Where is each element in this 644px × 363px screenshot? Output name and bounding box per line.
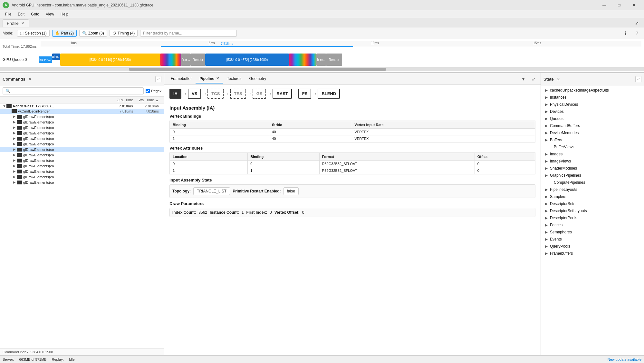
profile-tab-close[interactable]: ✕: [21, 21, 25, 25]
state-item[interactable]: ▶ Images: [541, 151, 644, 158]
expander-icon[interactable]: ▶: [13, 158, 17, 162]
expander-icon[interactable]: ▶: [545, 187, 549, 192]
expander-icon[interactable]: ▶: [545, 109, 549, 114]
sort-icon[interactable]: ▲: [155, 98, 159, 102]
expander-icon[interactable]: ▶: [13, 120, 17, 124]
expander-icon[interactable]: ▶: [545, 166, 549, 171]
stage-tcs[interactable]: TCS: [207, 89, 224, 99]
table-row[interactable]: ▼ RenderPass: 12970367... 7.818ms 7.818m…: [0, 103, 164, 109]
state-item[interactable]: ▶ PhysicalDevices: [541, 101, 644, 108]
expander-icon[interactable]: ▶: [545, 237, 549, 241]
profile-expand-icon[interactable]: ⤢: [632, 19, 641, 27]
expander-icon[interactable]: ▶: [545, 230, 549, 234]
expander-icon[interactable]: ▶: [545, 138, 549, 142]
state-item[interactable]: ▶ DescriptorSets: [541, 200, 644, 207]
table-row[interactable]: ▶ glDrawElements(co: [0, 180, 164, 185]
state-item[interactable]: ▶ DescriptorSetLayouts: [541, 207, 644, 214]
expander-icon[interactable]: ▶: [545, 223, 549, 227]
tab-geometry[interactable]: Geometry: [245, 74, 270, 83]
maximize-button[interactable]: □: [612, 0, 627, 10]
table-row[interactable]: ▶ glDrawElements(co: [0, 158, 164, 163]
state-item[interactable]: ▶ Framebuffers: [541, 250, 644, 257]
state-item[interactable]: ▶ ImageViews: [541, 158, 644, 165]
stage-fs[interactable]: FS: [298, 89, 312, 99]
expander-icon[interactable]: ▶: [13, 147, 17, 152]
pipeline-maximize-button[interactable]: ⤢: [529, 74, 538, 83]
expander-icon[interactable]: ▶: [545, 95, 549, 100]
state-item[interactable]: ▶ Events: [541, 236, 644, 243]
gpu-queue-track[interactable]: [5384 0... Binn... [5384 0 0 1110] (2280…: [39, 53, 644, 66]
stage-rast[interactable]: RAST: [273, 89, 292, 99]
stage-vs[interactable]: VS: [188, 89, 201, 99]
profile-tab[interactable]: Profile ✕: [3, 19, 29, 27]
pipeline-tab-close[interactable]: ✕: [216, 76, 219, 81]
regex-checkbox[interactable]: [146, 89, 150, 93]
expander-icon[interactable]: ▶: [13, 114, 17, 119]
menu-file[interactable]: File: [3, 11, 14, 17]
expander-icon[interactable]: ▶: [13, 131, 17, 135]
state-item[interactable]: ▶ Devices: [541, 108, 644, 115]
table-row[interactable]: ▶ glDrawElements(co: [0, 119, 164, 125]
table-row[interactable]: ▶ glDrawElements(co: [0, 114, 164, 119]
table-row[interactable]: ▶ glDrawElements(co: [0, 130, 164, 136]
expander-icon[interactable]: ▼: [3, 104, 6, 108]
table-row[interactable]: ▶ glDrawElements(co: [0, 169, 164, 174]
regex-label[interactable]: Regex: [146, 89, 161, 93]
expander-icon[interactable]: ▶: [545, 251, 549, 256]
state-item[interactable]: ▶ PipelineLayouts: [541, 186, 644, 193]
menu-help[interactable]: Help: [58, 11, 71, 17]
close-button[interactable]: ✕: [627, 0, 641, 10]
info-button[interactable]: ℹ: [621, 29, 630, 38]
expander-icon[interactable]: ▶: [545, 116, 549, 121]
mode-timing-button[interactable]: ⏱ Timing (4): [110, 30, 138, 37]
menu-edit[interactable]: Edit: [15, 11, 27, 17]
expander-icon[interactable]: ▶: [545, 88, 549, 93]
mode-pan-button[interactable]: ✋ Pan (2): [52, 30, 77, 37]
tab-framebuffer[interactable]: Framebuffer: [167, 74, 196, 83]
expander-icon[interactable]: ▶: [13, 153, 17, 157]
expander-icon[interactable]: ▶: [13, 136, 17, 141]
stage-blend[interactable]: BLEND: [318, 89, 340, 99]
menu-goto[interactable]: Goto: [28, 11, 42, 17]
state-item[interactable]: ▶ Semaphores: [541, 229, 644, 236]
minimize-button[interactable]: —: [597, 0, 612, 10]
help-button[interactable]: ?: [632, 29, 641, 38]
expander-icon[interactable]: ▶: [545, 194, 549, 199]
state-item[interactable]: ▶ DeviceMemories: [541, 129, 644, 136]
table-row[interactable]: vkCmdBeginRender 7.818ms 7.818ms: [0, 109, 164, 114]
state-item[interactable]: ▶ ShaderModules: [541, 165, 644, 172]
stage-gs[interactable]: GS: [253, 89, 266, 99]
timeline-scrollbar[interactable]: [0, 67, 644, 71]
mode-selection-button[interactable]: ⬚ Selection (1): [17, 30, 49, 37]
filter-input[interactable]: [140, 30, 237, 37]
new-update-link[interactable]: New update available: [608, 358, 641, 361]
state-maximize-button[interactable]: ⤢: [635, 76, 641, 82]
table-row[interactable]: ▶ glDrawElements(co: [0, 174, 164, 180]
expander-icon[interactable]: ▶: [545, 209, 549, 213]
state-item[interactable]: ▶ Fences: [541, 221, 644, 229]
expander-icon[interactable]: ▶: [545, 173, 549, 178]
expander-icon[interactable]: ▶: [545, 152, 549, 156]
table-row[interactable]: ▶ glDrawElements(co: [0, 136, 164, 141]
commands-maximize-button[interactable]: ⤢: [155, 76, 161, 82]
commands-search-input[interactable]: [3, 87, 144, 94]
pipeline-dropdown-button[interactable]: ▾: [519, 74, 528, 83]
state-item[interactable]: ▶ Queues: [541, 115, 644, 122]
state-item[interactable]: ▶ Samplers: [541, 193, 644, 200]
expander-icon[interactable]: ▶: [13, 125, 17, 130]
expander-icon[interactable]: ▶: [13, 169, 17, 173]
commands-panel-close[interactable]: ✕: [27, 77, 33, 82]
state-item[interactable]: ▶ GraphicsPipelines: [541, 172, 644, 179]
stage-tes[interactable]: TES: [230, 89, 246, 99]
state-item[interactable]: BufferViews: [541, 143, 644, 151]
state-item[interactable]: ▶ Buffers: [541, 136, 644, 143]
expander-icon[interactable]: ▶: [13, 180, 17, 184]
state-item[interactable]: ▶ DescriptorPools: [541, 214, 644, 221]
expander-icon[interactable]: ▶: [13, 142, 17, 146]
expander-icon[interactable]: ▶: [13, 164, 17, 168]
tab-textures[interactable]: Textures: [223, 74, 245, 83]
mode-zoom-button[interactable]: 🔍 Zoom (3): [79, 30, 107, 37]
expander-icon[interactable]: ▶: [545, 244, 549, 249]
expander-icon[interactable]: ▶: [545, 131, 549, 135]
expander-icon[interactable]: ▶: [545, 102, 549, 107]
